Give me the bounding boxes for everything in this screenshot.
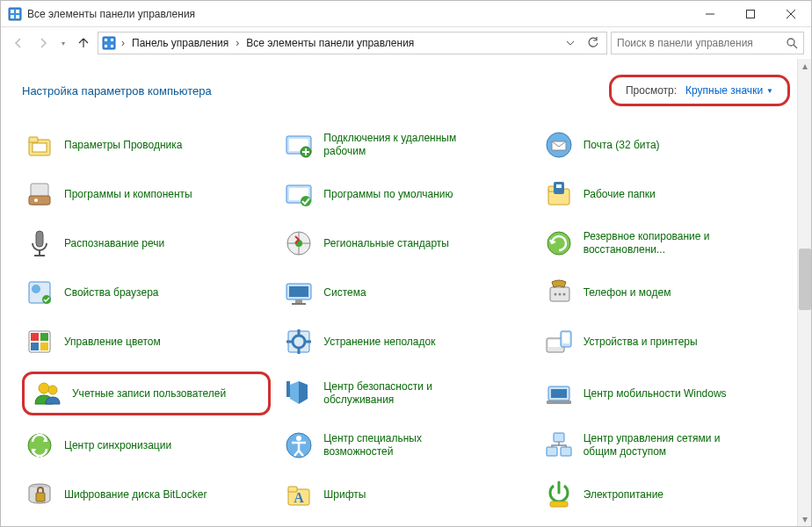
item-label: Свойства браузера (64, 286, 159, 300)
control-panel-item[interactable]: Центр мобильности Windows (541, 372, 790, 415)
chevron-right-icon[interactable]: › (120, 37, 127, 49)
content-area: Настройка параметров компьютера Просмотр… (1, 59, 811, 526)
forward-button[interactable] (33, 32, 54, 54)
view-value-text: Крупные значки (685, 84, 763, 97)
control-panel-item[interactable]: Центр безопасности и обслуживания (281, 372, 530, 415)
item-label: Почта (32 бита) (584, 139, 660, 152)
item-label: Параметры Проводника (64, 139, 182, 152)
control-panel-item[interactable]: Параметры Проводника (22, 126, 271, 164)
item-label: Центр управления сетями и общим доступом (584, 432, 742, 458)
view-label: Просмотр: (626, 84, 677, 97)
window-title: Все элементы панели управления (27, 8, 690, 20)
internet-options-icon (24, 277, 55, 308)
search-box[interactable] (611, 32, 804, 54)
control-panel-item[interactable]: Программы и компоненты (22, 175, 271, 213)
refresh-button[interactable] (584, 32, 603, 54)
up-button[interactable] (73, 32, 94, 54)
address-dropdown[interactable] (561, 32, 580, 54)
color-icon (24, 326, 55, 357)
region-icon (283, 227, 315, 259)
breadcrumb-root[interactable]: Панель управления (130, 37, 230, 49)
control-panel-item[interactable]: Центр специальных возможностей (281, 426, 530, 465)
svg-rect-5 (747, 10, 755, 18)
search-icon[interactable] (786, 37, 798, 49)
item-label: Электропитание (584, 488, 663, 502)
svg-rect-8 (111, 39, 113, 41)
control-panel-item[interactable]: Устройства и принтеры (541, 322, 790, 361)
item-label: Устранение неполадок (323, 336, 435, 349)
item-label: Телефон и модем (584, 286, 671, 300)
item-label: Резервное копирование и восстановлени... (584, 230, 742, 256)
close-button[interactable] (771, 1, 811, 26)
default-programs-icon (283, 178, 315, 210)
item-label: Учетные записи пользователей (72, 387, 226, 401)
window-controls (690, 1, 811, 26)
scroll-up-button[interactable]: ▴ (798, 59, 811, 73)
work-folders-icon (543, 178, 575, 210)
backup-icon (543, 227, 575, 259)
item-label: Распознавание речи (64, 237, 164, 250)
power-icon (543, 479, 575, 510)
item-label: Центр синхронизации (64, 439, 171, 452)
recent-dropdown[interactable]: ▾ (57, 32, 69, 54)
control-panel-item[interactable]: Управление цветом (22, 322, 271, 361)
maximize-button[interactable] (730, 1, 771, 26)
item-label: Программы по умолчанию (323, 188, 453, 201)
user-accounts-icon (32, 378, 63, 409)
control-panel-item[interactable]: Электропитание (541, 475, 790, 514)
security-center-icon (283, 378, 315, 409)
item-label: Рабочие папки (584, 188, 656, 201)
devices-icon (543, 326, 575, 357)
svg-point-11 (787, 39, 794, 46)
titlebar: Все элементы панели управления (1, 1, 811, 27)
control-panel-item[interactable]: Резервное копирование и восстановлени... (541, 224, 790, 263)
address-bar[interactable]: › Панель управления › Все элементы панел… (98, 32, 607, 54)
item-label: Шифрование диска BitLocker (64, 488, 207, 502)
control-panel-item[interactable]: Региональные стандарты (281, 224, 530, 263)
scroll-thumb[interactable] (799, 249, 811, 310)
item-label: Региональные стандарты (323, 237, 449, 250)
svg-rect-10 (111, 45, 113, 47)
control-panel-item[interactable]: Система (281, 273, 530, 312)
control-panel-item[interactable]: Почта (32 бита) (541, 126, 790, 164)
control-panel-window: Все элементы панели управления ▾ › Панел… (0, 0, 812, 527)
control-panel-item[interactable]: Распознавание речи (22, 224, 271, 263)
scroll-down-button[interactable]: ▾ (798, 512, 811, 526)
control-panel-icon (8, 7, 22, 21)
control-panel-item[interactable]: Шрифты (281, 475, 530, 514)
scroll-track[interactable] (798, 73, 811, 512)
control-panel-item[interactable]: Шифрование диска BitLocker (22, 475, 271, 514)
heading-row: Настройка параметров компьютера Просмотр… (22, 75, 790, 106)
programs-icon (24, 178, 55, 210)
control-panel-item[interactable]: Устранение неполадок (281, 322, 530, 361)
page-heading: Настройка параметров компьютера (22, 84, 212, 97)
view-by-control: Просмотр: Крупные значки ▼ (609, 75, 790, 106)
troubleshoot-icon (283, 326, 315, 357)
control-panel-item[interactable]: Рабочие папки (541, 175, 790, 213)
control-panel-item[interactable]: Свойства браузера (22, 273, 271, 312)
item-label: Центр безопасности и обслуживания (323, 380, 482, 407)
control-panel-item[interactable]: Центр синхронизации (22, 426, 271, 465)
control-panel-item[interactable]: Учетные записи пользователей (22, 372, 271, 415)
speech-icon (24, 227, 55, 259)
item-label: Управление цветом (64, 336, 161, 349)
search-input[interactable] (617, 37, 786, 49)
chevron-right-icon[interactable]: › (234, 37, 241, 49)
back-button[interactable] (8, 32, 29, 54)
view-value-dropdown[interactable]: Крупные значки ▼ (685, 84, 773, 97)
control-panel-item[interactable]: Центр управления сетями и общим доступом (541, 426, 790, 465)
item-label: Система (323, 286, 366, 300)
control-panel-item[interactable]: Программы по умолчанию (281, 175, 530, 213)
items-grid: Параметры ПроводникаПодключения к удален… (22, 126, 790, 514)
vertical-scrollbar[interactable]: ▴ ▾ (797, 59, 811, 526)
breadcrumb-current[interactable]: Все элементы панели управления (244, 37, 416, 49)
item-label: Программы и компоненты (64, 188, 192, 201)
control-panel-item[interactable]: Подключения к удаленным рабочим (281, 126, 530, 164)
svg-rect-2 (16, 10, 19, 13)
minimize-button[interactable] (690, 1, 730, 26)
control-panel-item[interactable]: Телефон и модем (541, 273, 790, 312)
item-label: Центр специальных возможностей (323, 432, 482, 458)
item-label: Центр мобильности Windows (584, 387, 727, 401)
address-icon (102, 36, 116, 50)
network-icon (543, 430, 575, 461)
